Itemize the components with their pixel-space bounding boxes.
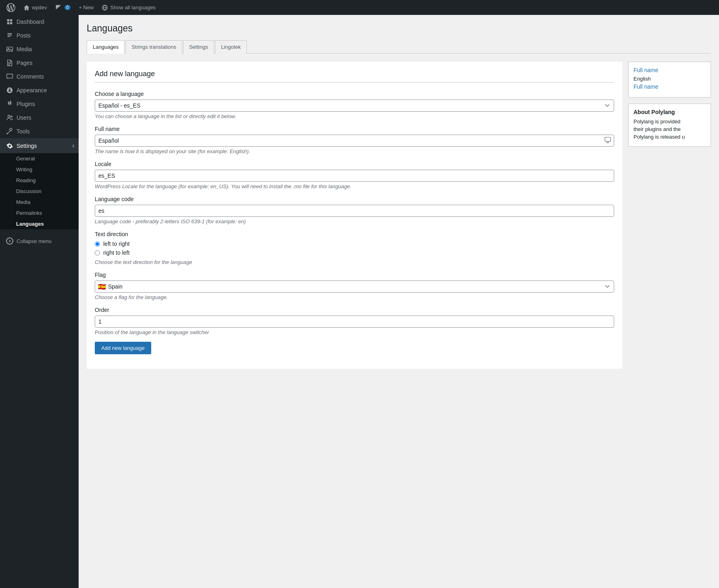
flag-hint: Choose a flag for the language. [95, 294, 614, 300]
choose-language-select[interactable]: Español - es_ES [95, 100, 614, 112]
right-widget-link-fullname-2[interactable]: Full name [634, 83, 706, 90]
tab-lingotek[interactable]: Lingotek [215, 40, 247, 54]
site-name-button[interactable]: wpdev [20, 0, 50, 15]
new-label: + New [79, 4, 94, 10]
sidebar-item-tools[interactable]: Tools [0, 125, 79, 138]
pages-icon [6, 59, 13, 66]
wp-logo-button[interactable] [3, 0, 19, 15]
full-name-input[interactable] [95, 135, 614, 147]
dashboard-icon [6, 18, 13, 25]
right-widget-link-fullname-1[interactable]: Full name [634, 67, 706, 73]
right-widget-polylang-text-3: Polylang is released u [634, 134, 706, 140]
form-section-title: Add new language [95, 70, 614, 83]
settings-arrow: ‹ [72, 141, 75, 150]
sidebar-item-posts[interactable]: Posts [0, 29, 79, 42]
full-name-input-container [95, 135, 614, 147]
flag-row: Flag 🇪🇸 Spain Choose a flag for the lang… [95, 272, 614, 300]
sidebar-item-label: Dashboard [17, 19, 44, 25]
media-icon [6, 46, 13, 53]
tab-languages[interactable]: Languages [87, 40, 125, 54]
radio-item-ltr[interactable]: left to right [95, 241, 614, 247]
sidebar-item-pages[interactable]: Pages [0, 56, 79, 70]
locale-row: Locale WordPress Locale for the language… [95, 161, 614, 189]
sidebar-item-media[interactable]: Media [0, 42, 79, 56]
choose-language-hint: You can choose a language in the list or… [95, 113, 614, 119]
order-hint: Position of the language in the language… [95, 329, 614, 335]
site-name: wpdev [32, 4, 47, 10]
sidebar-item-users[interactable]: Users [0, 111, 79, 125]
locale-input[interactable] [95, 170, 614, 182]
full-name-icon [604, 137, 611, 145]
submenu-item-languages[interactable]: Languages [0, 218, 79, 229]
radio-item-rtl[interactable]: right to left [95, 249, 614, 256]
svg-rect-5 [605, 137, 611, 141]
sidebar-item-label: Settings [17, 143, 37, 149]
language-code-input[interactable] [95, 205, 614, 217]
top-bar: wpdev 0 + New Show all languages [0, 0, 719, 15]
sidebar-item-label: Plugins [17, 101, 35, 107]
content-area: Languages Languages Strings translations… [79, 15, 719, 588]
radio-rtl[interactable] [95, 250, 100, 256]
right-widget-about: About Polylang Polylang is provided thei… [628, 104, 711, 147]
svg-point-4 [11, 116, 13, 118]
order-row: Order Position of the language in the la… [95, 307, 614, 335]
tools-icon [6, 128, 13, 135]
show-all-languages-button[interactable]: Show all languages [98, 0, 159, 15]
right-widget-polylang-text-2: their plugins and the [634, 126, 706, 132]
text-direction-hint: Choose the text direction for the langua… [95, 259, 614, 265]
submenu-item-discussion[interactable]: Discussion [0, 186, 79, 197]
settings-icon [6, 142, 13, 150]
full-name-label: Full name [95, 126, 614, 132]
flag-select-container: 🇪🇸 Spain [95, 280, 614, 293]
full-name-row: Full name The name is how it is displaye… [95, 126, 614, 154]
comments-icon [55, 4, 62, 11]
sidebar-item-settings[interactable]: Settings ‹ [0, 138, 79, 153]
right-widget-polylang-text-1: Polylang is provided [634, 118, 706, 125]
collapse-menu-button[interactable]: Collapse menu [0, 233, 79, 249]
settings-submenu: General Writing Reading Discussion Media… [0, 153, 79, 229]
language-code-hint: Language code - preferably 2-letters ISO… [95, 218, 614, 224]
language-code-label: Language code [95, 196, 614, 202]
svg-point-3 [8, 115, 10, 117]
tab-settings[interactable]: Settings [183, 40, 214, 54]
submenu-item-writing[interactable]: Writing [0, 164, 79, 175]
comment-count: 0 [65, 5, 71, 10]
radio-ltr[interactable] [95, 241, 100, 247]
tab-strings-translations[interactable]: Strings translations [125, 40, 182, 54]
sidebar-item-appearance[interactable]: Appearance [0, 83, 79, 97]
right-sidebar: Full name English Full name About Polyla… [622, 62, 711, 153]
posts-icon [6, 32, 13, 39]
submenu-item-permalinks[interactable]: Permalinks [0, 208, 79, 218]
radio-ltr-label: left to right [103, 241, 129, 247]
order-input[interactable] [95, 316, 614, 328]
users-icon [6, 114, 13, 121]
collapse-label: Collapse menu [17, 238, 52, 244]
comments-button[interactable]: 0 [52, 0, 74, 15]
submenu-item-media[interactable]: Media [0, 197, 79, 208]
new-content-button[interactable]: + New [75, 0, 97, 15]
comments-nav-icon [6, 73, 13, 80]
sidebar-item-label: Pages [17, 60, 33, 66]
add-language-button[interactable]: Add new language [95, 342, 151, 354]
choose-language-label: Choose a language [95, 91, 614, 97]
language-code-row: Language code Language code - preferably… [95, 196, 614, 224]
text-direction-label: Text direction [95, 231, 614, 237]
sidebar-item-dashboard[interactable]: Dashboard [0, 15, 79, 29]
choose-language-row: Choose a language Español - es_ES You ca… [95, 91, 614, 119]
main-layout: Dashboard Posts Media Pages Comments App… [0, 15, 719, 588]
languages-icon [102, 4, 108, 11]
sidebar-item-label: Comments [17, 73, 44, 80]
order-label: Order [95, 307, 614, 313]
appearance-icon [6, 87, 13, 94]
show-all-languages-label: Show all languages [110, 4, 156, 10]
sidebar-item-comments[interactable]: Comments [0, 70, 79, 83]
submenu-item-general[interactable]: General [0, 153, 79, 164]
flag-select[interactable]: Spain [95, 280, 614, 293]
submenu-item-reading[interactable]: Reading [0, 175, 79, 186]
sidebar-item-label: Posts [17, 32, 31, 39]
page-title: Languages [87, 23, 711, 34]
sidebar-item-plugins[interactable]: Plugins [0, 97, 79, 111]
sidebar: Dashboard Posts Media Pages Comments App… [0, 15, 79, 588]
sidebar-item-label: Media [17, 46, 32, 52]
text-direction-radio-group: left to right right to left [95, 241, 614, 256]
